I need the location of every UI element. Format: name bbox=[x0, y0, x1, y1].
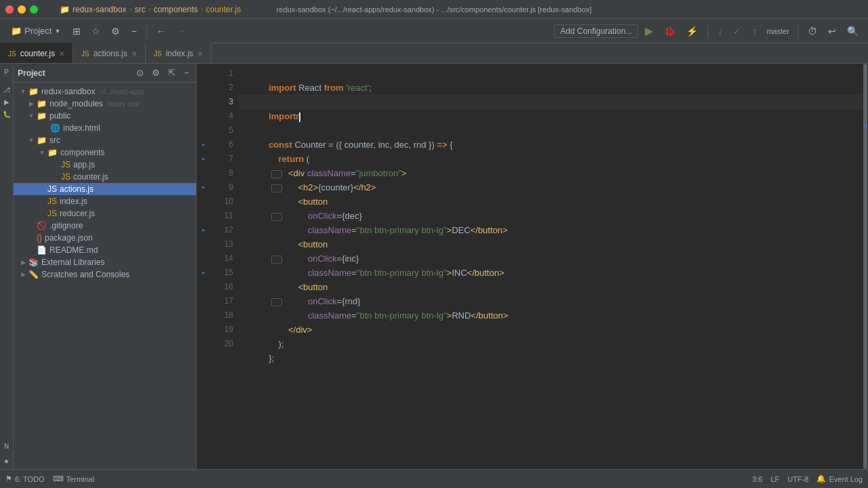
sidebar-settings-button[interactable]: ⚙ bbox=[149, 66, 163, 79]
tree-item-root[interactable]: ▼ 📁 redux-sandbox ~/.../react-apps bbox=[14, 85, 196, 98]
gutter-13 bbox=[197, 237, 210, 251]
nav-back-button[interactable]: ← bbox=[153, 23, 170, 39]
counter-js-tab-close[interactable]: ✕ bbox=[59, 50, 64, 58]
bookmark-icon-button[interactable]: ☆ bbox=[87, 23, 104, 39]
code-editor[interactable]: import React from 'react'; import { conn… bbox=[239, 64, 863, 469]
vcs-push-button[interactable]: ↑ bbox=[748, 23, 761, 39]
public-folder-icon: 📁 bbox=[37, 111, 47, 121]
sidebar-scope-button[interactable]: ⊙ bbox=[134, 66, 146, 79]
sidebar-toolbar: Project ⊙ ⚙ ⇱ − bbox=[14, 64, 196, 83]
sidebar-expand-button[interactable]: ⇱ bbox=[165, 66, 178, 79]
chevron-down-icon: ▼ bbox=[54, 28, 60, 35]
scratches-arrow-icon: ▶ bbox=[19, 271, 27, 278]
code-line-5: const Counter = ({ counter, inc, dec, rn… bbox=[239, 123, 863, 138]
root-label: redux-sandbox bbox=[41, 87, 95, 96]
collapse-icon-button[interactable]: − bbox=[127, 23, 140, 39]
tree-item-counter-js[interactable]: JS counter.js bbox=[14, 171, 196, 183]
encoding-status-item[interactable]: UTF-8 bbox=[787, 475, 808, 483]
vcs-update-button[interactable]: ↓ bbox=[713, 23, 726, 39]
fullscreen-window-button[interactable] bbox=[30, 5, 38, 14]
debug-button[interactable]: 🐞 bbox=[660, 23, 679, 39]
index-js-tab-icon: JS bbox=[154, 50, 162, 58]
tree-item-external-libraries[interactable]: ▶ 📚 External Libraries bbox=[14, 256, 196, 268]
index-html-icon: 🌐 bbox=[50, 123, 60, 133]
favorites-rail-icon[interactable]: ★ bbox=[1, 455, 12, 466]
undo-button[interactable]: ↩ bbox=[824, 23, 840, 39]
gutter-15: ▸ bbox=[197, 266, 210, 280]
actions-js-icon: JS bbox=[47, 184, 57, 194]
tree-item-gitignore[interactable]: 🚫 .gitignore bbox=[14, 220, 196, 232]
tree-item-components[interactable]: ▼ 📁 components bbox=[14, 146, 196, 159]
tree-item-src[interactable]: ▼ 📁 src bbox=[14, 134, 196, 146]
vcs-commit-button[interactable]: ✓ bbox=[729, 23, 745, 39]
tab-counter-js[interactable]: JS counter.js ✕ bbox=[0, 43, 73, 63]
event-log-label: Event Log bbox=[829, 475, 863, 483]
tab-index-js[interactable]: JS index.js ✕ bbox=[146, 43, 212, 63]
history-button[interactable]: ⏱ bbox=[804, 23, 821, 39]
add-config-button[interactable]: Add Configuration... bbox=[554, 24, 638, 38]
actions-js-tab-label: actions.js bbox=[94, 49, 127, 58]
code-line-9: <button ··· bbox=[239, 180, 863, 195]
search-button[interactable]: 🔍 bbox=[843, 23, 863, 39]
coverage-button[interactable]: ⚡ bbox=[682, 23, 702, 39]
gutter-6: ▸ bbox=[197, 138, 210, 152]
tree-item-public[interactable]: ▼ 📁 public bbox=[14, 110, 196, 122]
actions-js-tab-close[interactable]: ✕ bbox=[132, 50, 137, 58]
tab-actions-js[interactable]: JS actions.js ✕ bbox=[73, 43, 146, 63]
index-js-tab-close[interactable]: ✕ bbox=[197, 50, 203, 58]
toolbar-separator bbox=[146, 24, 147, 38]
tree-item-reducer-js[interactable]: JS reducer.js bbox=[14, 207, 196, 220]
event-log-status-item[interactable]: 🔔 Event Log bbox=[816, 474, 863, 483]
run-rail-icon[interactable]: ▶ bbox=[1, 96, 12, 107]
counter-js-tab-label: counter.js bbox=[20, 49, 55, 58]
line-num-7: 7 bbox=[213, 152, 233, 166]
code-line-13: onClick={inc} bbox=[239, 237, 863, 251]
readme-label: README.md bbox=[50, 245, 98, 255]
structure-icon-button[interactable]: ⊞ bbox=[68, 23, 85, 39]
project-view-button[interactable]: 📁 Project ▼ bbox=[5, 23, 66, 39]
gutter-4 bbox=[197, 109, 210, 123]
lf-status-item[interactable]: LF bbox=[770, 475, 779, 483]
scratches-label: Scratches and Consoles bbox=[41, 270, 130, 279]
node-modules-label: node_modules bbox=[50, 99, 103, 108]
tree-item-scratches[interactable]: ▶ ✏️ Scratches and Consoles bbox=[14, 268, 196, 281]
terminal-status-item[interactable]: ⌨ Terminal bbox=[53, 474, 95, 483]
sidebar-minimize-button[interactable]: − bbox=[181, 66, 192, 79]
line-num-2: 2 bbox=[213, 81, 233, 95]
tree-item-index-js[interactable]: JS index.js bbox=[14, 195, 196, 207]
tree-item-readme[interactable]: 📄 README.md bbox=[14, 244, 196, 256]
external-libraries-arrow-icon: ▶ bbox=[19, 259, 27, 266]
commit-rail-icon[interactable]: ⎇ bbox=[1, 84, 12, 95]
nav-forward-button[interactable]: → bbox=[173, 23, 191, 39]
line-num-4: 4 bbox=[213, 109, 233, 123]
gutter-10 bbox=[197, 195, 210, 209]
line-numbers: 1 2 3 4 5 6 7 8 9 10 11 12 13 14 15 16 1… bbox=[210, 64, 239, 469]
gitignore-icon: 🚫 bbox=[37, 221, 47, 230]
tree-item-index-html[interactable]: 🌐 index.html bbox=[14, 122, 196, 134]
debug-rail-icon[interactable]: 🐛 bbox=[1, 108, 12, 119]
src-arrow-icon: ▼ bbox=[27, 137, 35, 144]
tree-item-app-js[interactable]: JS app.js bbox=[14, 159, 196, 171]
close-window-button[interactable] bbox=[5, 5, 14, 14]
minimize-window-button[interactable] bbox=[18, 5, 26, 14]
code-line-19: ); bbox=[239, 323, 863, 337]
index-js-icon: JS bbox=[47, 197, 57, 206]
position-status-item[interactable]: 3:6 bbox=[752, 475, 762, 483]
npm-rail-icon[interactable]: N bbox=[1, 441, 12, 451]
right-scroll-bar[interactable] bbox=[863, 64, 868, 469]
root-folder-icon: 📁 bbox=[28, 87, 39, 96]
tree-item-actions-js[interactable]: JS actions.js bbox=[14, 183, 196, 195]
code-line-18: </div> bbox=[239, 308, 863, 323]
todo-status-item[interactable]: ⚑ 6: TODO bbox=[5, 474, 45, 483]
line-num-20: 20 bbox=[213, 337, 233, 351]
actions-js-tab-icon: JS bbox=[81, 50, 90, 58]
tree-item-node-modules[interactable]: ▶ 📁 node_modules library root bbox=[14, 98, 196, 110]
code-line-3: importr bbox=[239, 95, 863, 109]
code-line-14: className="btn btn-primary btn-lg">INC</… bbox=[239, 251, 863, 266]
tabs-bar: JS counter.js ✕ JS actions.js ✕ JS index… bbox=[0, 43, 868, 64]
gutter-16 bbox=[197, 280, 210, 294]
run-button[interactable]: ▶ bbox=[641, 22, 657, 40]
tree-item-package-json[interactable]: {} package.json bbox=[14, 232, 196, 244]
project-rail-icon[interactable]: P bbox=[1, 66, 12, 77]
settings-icon-button[interactable]: ⚙ bbox=[107, 23, 124, 39]
